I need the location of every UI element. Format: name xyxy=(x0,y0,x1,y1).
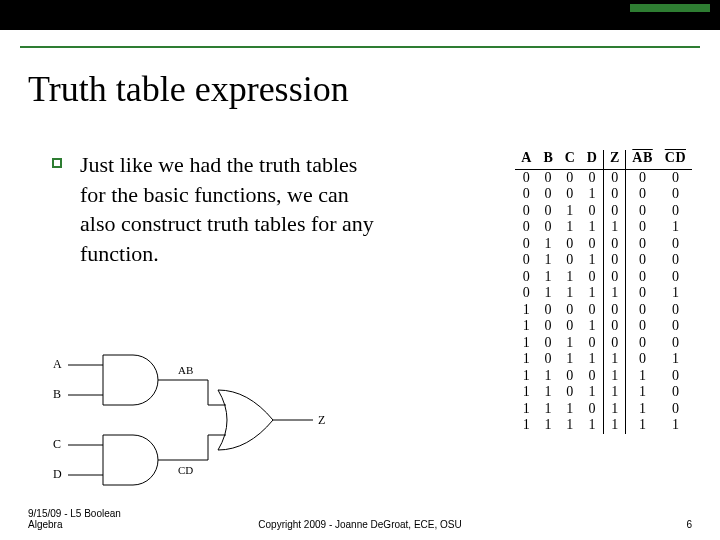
table-header: A xyxy=(515,150,537,169)
slide-title: Truth table expression xyxy=(28,68,349,110)
table-header: CD xyxy=(659,150,692,169)
and-gate-icon xyxy=(103,435,158,485)
table-header: Z xyxy=(603,150,625,169)
table-row: 1110110 xyxy=(515,401,692,418)
table-row: 0000000 xyxy=(515,169,692,186)
table-row: 1100110 xyxy=(515,368,692,385)
table-row: 0101000 xyxy=(515,252,692,269)
circuit-label-C: C xyxy=(53,437,61,451)
table-header: B xyxy=(537,150,558,169)
table-row: 1111111 xyxy=(515,417,692,434)
circuit-label-B: B xyxy=(53,387,61,401)
footer-center: Copyright 2009 - Joanne DeGroat, ECE, OS… xyxy=(0,519,720,530)
table-header: D xyxy=(581,150,604,169)
table-row: 1000000 xyxy=(515,302,692,319)
table-row: 1101110 xyxy=(515,384,692,401)
table-header: C xyxy=(559,150,581,169)
table-row: 0001000 xyxy=(515,186,692,203)
top-bar-accent xyxy=(630,4,710,12)
table-row: 1010000 xyxy=(515,335,692,352)
table-row: 1001000 xyxy=(515,318,692,335)
table-row: 0111101 xyxy=(515,285,692,302)
circuit-label-CD: CD xyxy=(178,464,193,476)
table-row: 0010000 xyxy=(515,203,692,220)
top-bar-bg xyxy=(0,0,720,30)
slide-top-bar xyxy=(0,0,720,30)
circuit-diagram: A B C D AB CD Z xyxy=(48,350,338,490)
footer-right: 6 xyxy=(686,519,692,530)
or-gate-icon xyxy=(218,390,273,450)
body-text: Just like we had the truth tables for th… xyxy=(80,150,380,269)
bullet-square-icon xyxy=(52,158,62,168)
table-row: 0011101 xyxy=(515,219,692,236)
and-gate-icon xyxy=(103,355,158,405)
truth-table: ABCDZABCD0000000000100000100000011101010… xyxy=(515,150,692,434)
circuit-label-A: A xyxy=(53,357,62,371)
circuit-label-AB: AB xyxy=(178,364,193,376)
table-header: AB xyxy=(626,150,659,169)
circuit-label-D: D xyxy=(53,467,62,481)
table-row: 1011101 xyxy=(515,351,692,368)
title-underline xyxy=(20,46,700,48)
table-row: 0110000 xyxy=(515,269,692,286)
circuit-label-Z: Z xyxy=(318,413,325,427)
table-row: 0100000 xyxy=(515,236,692,253)
